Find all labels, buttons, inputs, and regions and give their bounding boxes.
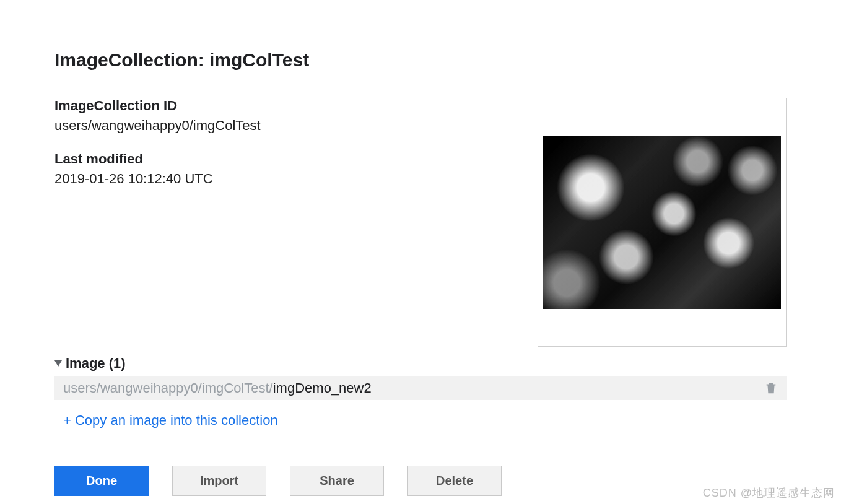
image-path: users/wangweihappy0/imgColTest/imgDemo_n…	[63, 380, 372, 396]
image-section-title: Image (1)	[66, 355, 126, 371]
modified-value: 2019-01-26 10:12:40 UTC	[54, 171, 519, 187]
thumbnail-image	[543, 136, 781, 309]
image-path-suffix: imgDemo_new2	[273, 380, 372, 396]
copy-image-link[interactable]: + Copy an image into this collection	[54, 412, 787, 428]
thumbnail-box	[538, 98, 787, 347]
meta-panel: ImageCollection ID users/wangweihappy0/i…	[54, 98, 519, 204]
button-row: Done Import Share Delete	[54, 466, 787, 496]
image-row[interactable]: users/wangweihappy0/imgColTest/imgDemo_n…	[54, 376, 787, 400]
delete-button[interactable]: Delete	[407, 466, 502, 496]
modified-label: Last modified	[54, 151, 519, 167]
page-title: ImageCollection: imgColTest	[54, 50, 787, 71]
image-path-prefix: users/wangweihappy0/imgColTest/	[63, 380, 273, 396]
image-section-header[interactable]: Image (1)	[54, 355, 787, 371]
id-label: ImageCollection ID	[54, 98, 519, 114]
trash-icon[interactable]	[764, 381, 778, 395]
id-value: users/wangweihappy0/imgColTest	[54, 118, 519, 134]
watermark: CSDN @地理遥感生态网	[703, 485, 835, 500]
caret-down-icon	[54, 360, 62, 367]
share-button[interactable]: Share	[290, 466, 384, 496]
import-button[interactable]: Import	[172, 466, 266, 496]
done-button[interactable]: Done	[54, 466, 149, 496]
